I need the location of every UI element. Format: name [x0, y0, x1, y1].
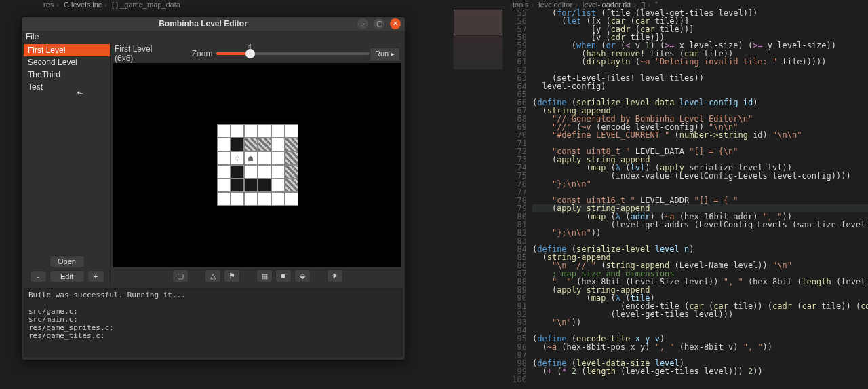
- grid-cell[interactable]: [244, 138, 258, 151]
- edit-button[interactable]: Edit: [50, 270, 85, 282]
- grid-cell[interactable]: [244, 192, 258, 206]
- grid-cell[interactable]: [271, 151, 285, 165]
- grid-cell[interactable]: [217, 179, 231, 192]
- grid-cell[interactable]: [217, 192, 231, 206]
- grid-cell[interactable]: [285, 138, 298, 151]
- code-editor[interactable]: 5556575859606162636465666768697071727374…: [507, 9, 868, 389]
- editor-dialog: Bombinha Level Editor – ▢ ✕ File First L…: [21, 16, 406, 360]
- grid-cell[interactable]: [231, 179, 244, 192]
- grid-cell[interactable]: [231, 124, 244, 138]
- grid-cell[interactable]: [231, 138, 244, 151]
- level-list: First LevelSecond LevelTheThirdTest: [24, 44, 110, 250]
- grid-cell[interactable]: [244, 179, 258, 192]
- run-button[interactable]: Run ▸: [370, 48, 400, 60]
- minimize-button[interactable]: –: [357, 18, 368, 29]
- grid-cell[interactable]: [217, 124, 231, 138]
- grid-cell[interactable]: [271, 179, 285, 192]
- zoom-label: Zoom: [192, 49, 213, 58]
- grid-cell[interactable]: [271, 192, 285, 206]
- grid-cell[interactable]: [217, 138, 231, 151]
- tool-flag[interactable]: ⚑: [224, 269, 240, 282]
- level-item[interactable]: Second Level: [24, 56, 110, 69]
- grid-cell[interactable]: [217, 165, 231, 179]
- close-button[interactable]: ✕: [390, 18, 401, 29]
- grid-cell[interactable]: [285, 165, 298, 179]
- grid-cell[interactable]: [285, 124, 298, 138]
- maximize-button[interactable]: ▢: [374, 18, 384, 29]
- grid-cell[interactable]: [285, 151, 298, 165]
- grid-cell[interactable]: [271, 138, 285, 151]
- window-title: Bombinha Level Editor: [49, 19, 357, 29]
- grid-cell[interactable]: [244, 165, 258, 179]
- tool-enemy[interactable]: ⬙: [294, 269, 311, 282]
- grid-cell[interactable]: [231, 165, 244, 179]
- level-canvas[interactable]: [113, 63, 401, 267]
- sidebar: First LevelSecond LevelTheThirdTest Open…: [24, 44, 111, 285]
- grid-cell[interactable]: [285, 192, 298, 206]
- grid-cell[interactable]: [231, 192, 244, 206]
- grid-cell[interactable]: [271, 165, 285, 179]
- tool-player[interactable]: △: [205, 269, 221, 282]
- grid-cell[interactable]: [258, 138, 271, 151]
- grid-cell[interactable]: [271, 124, 285, 138]
- grid-cell[interactable]: [258, 124, 271, 138]
- grid-cell[interactable]: [285, 179, 298, 192]
- grid-cell[interactable]: [258, 192, 271, 206]
- minimap[interactable]: [453, 9, 503, 70]
- grid-cell[interactable]: [217, 151, 231, 165]
- tool-solid[interactable]: ■: [275, 269, 292, 282]
- grid-cell[interactable]: [258, 151, 271, 165]
- breadcrumb-right: tools› leveleditor› level-loader.rkt› []…: [513, 1, 658, 9]
- level-item[interactable]: Test: [24, 81, 110, 93]
- grid-cell[interactable]: [244, 151, 258, 165]
- grid-cell[interactable]: [231, 151, 244, 165]
- tool-bomb[interactable]: ✷: [327, 269, 343, 282]
- grid-cell[interactable]: [258, 165, 271, 179]
- menubar: File: [22, 31, 405, 44]
- titlebar[interactable]: Bombinha Level Editor – ▢ ✕: [22, 17, 405, 31]
- open-button[interactable]: Open: [50, 255, 85, 267]
- console-output[interactable]: Build was successful. Running it... src/…: [24, 288, 403, 357]
- level-item[interactable]: First Level: [24, 44, 110, 56]
- menu-file[interactable]: File: [26, 32, 39, 41]
- remove-level-button[interactable]: -: [30, 270, 47, 282]
- tile-toolbar: ▢ △ ⚑ ▦ ■ ⬙ ✷: [113, 267, 401, 284]
- grid-cell[interactable]: [258, 179, 271, 192]
- level-name: First Level (6x6): [115, 44, 172, 63]
- zoom-slider[interactable]: 4: [216, 52, 370, 55]
- add-level-button[interactable]: +: [87, 270, 104, 282]
- grid-cell[interactable]: [244, 124, 258, 138]
- tool-select[interactable]: ▢: [172, 269, 189, 282]
- level-item[interactable]: TheThird: [24, 69, 110, 81]
- tool-brick[interactable]: ▦: [256, 269, 273, 282]
